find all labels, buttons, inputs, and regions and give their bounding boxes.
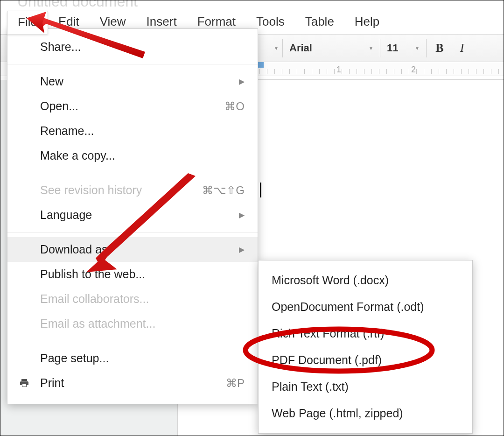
font-size-value: 11 — [387, 42, 398, 54]
menu-separator — [7, 173, 258, 173]
submenu-item-html[interactable]: Web Page (.html, zipped) — [259, 400, 472, 427]
font-size-dropdown[interactable]: 11 ▼ — [382, 39, 424, 57]
menu-shortcut: ⌘P — [226, 377, 245, 390]
menu-item-label: Publish to the web... — [40, 267, 145, 281]
menu-item-label: See revision history — [40, 183, 142, 197]
menu-item-make-copy[interactable]: Make a copy... — [7, 143, 258, 168]
menu-item-email-attachment: Email as attachment... — [7, 311, 258, 336]
toolbar-separator — [426, 39, 427, 57]
menu-item-revision-history: See revision history ⌘⌥⇧G — [7, 178, 258, 203]
chevron-down-icon: ▼ — [369, 46, 373, 51]
menu-shortcut: ⌘O — [224, 100, 245, 113]
document-title[interactable]: Untitled document — [0, 0, 504, 7]
menu-item-label: Email collaborators... — [40, 292, 149, 306]
menu-separator — [7, 232, 258, 232]
menu-item-label: New — [40, 75, 63, 88]
menu-item-label: Open... — [40, 99, 78, 113]
menu-item-label: Share... — [40, 40, 81, 54]
print-icon — [18, 378, 31, 389]
chevron-down-icon: ▼ — [415, 46, 420, 51]
font-family-dropdown[interactable]: Arial ▼ — [285, 39, 378, 57]
submenu-arrow-icon: ▶ — [239, 77, 245, 86]
menu-item-open[interactable]: Open... ⌘O — [7, 94, 258, 119]
menu-item-page-setup[interactable]: Page setup... — [7, 346, 258, 371]
toolbar-style-dropdown[interactable]: ▼ — [262, 39, 280, 57]
menu-item-language[interactable]: Language ▶ — [7, 203, 258, 227]
menu-item-label: Print — [40, 376, 64, 390]
menu-item-label: Page setup... — [40, 352, 109, 365]
submenu-arrow-icon: ▶ — [239, 211, 245, 219]
menu-item-label: Rename... — [40, 124, 94, 138]
submenu-item-odt[interactable]: OpenDocument Format (.odt) — [259, 294, 472, 320]
menu-item-label: Make a copy... — [40, 149, 115, 162]
menu-shortcut: ⌘⌥⇧G — [202, 184, 245, 197]
submenu-item-pdf[interactable]: PDF Document (.pdf) — [259, 347, 472, 373]
text-cursor — [260, 183, 261, 197]
menu-item-label: Email as attachment... — [40, 317, 155, 331]
menu-help[interactable]: Help — [344, 11, 390, 34]
bold-button[interactable]: B — [428, 41, 451, 55]
menu-table[interactable]: Table — [295, 11, 344, 34]
menu-item-print[interactable]: Print ⌘P — [7, 371, 258, 395]
menu-file[interactable]: File — [7, 11, 48, 34]
toolbar-separator — [282, 39, 283, 57]
menu-item-rename[interactable]: Rename... — [7, 119, 258, 143]
submenu-item-docx[interactable]: Microsoft Word (.docx) — [259, 267, 472, 294]
italic-button[interactable]: I — [451, 41, 473, 55]
submenu-item-txt[interactable]: Plain Text (.txt) — [259, 373, 472, 400]
menu-item-email-collaborators: Email collaborators... — [7, 287, 258, 311]
menu-item-new[interactable]: New ▶ — [7, 69, 258, 94]
ruler-indent-marker[interactable] — [258, 62, 264, 68]
file-menu-dropdown: Share... New ▶ Open... ⌘O Rename... Make… — [7, 28, 258, 404]
toolbar-separator — [380, 39, 380, 57]
chevron-down-icon: ▼ — [274, 46, 279, 51]
menu-item-publish-web[interactable]: Publish to the web... — [7, 262, 258, 287]
submenu-arrow-icon: ▶ — [239, 245, 245, 254]
menu-item-share[interactable]: Share... — [7, 35, 258, 59]
download-as-submenu: Microsoft Word (.docx) OpenDocument Form… — [258, 260, 473, 434]
submenu-item-rtf[interactable]: Rich Text Format (.rtf) — [259, 320, 472, 347]
menu-item-label: Language — [40, 208, 92, 222]
menu-item-label: Download as — [40, 243, 108, 256]
menu-separator — [7, 64, 258, 64]
menu-item-download-as[interactable]: Download as ▶ — [7, 237, 258, 262]
font-family-value: Arial — [289, 42, 312, 54]
menu-separator — [7, 341, 258, 341]
